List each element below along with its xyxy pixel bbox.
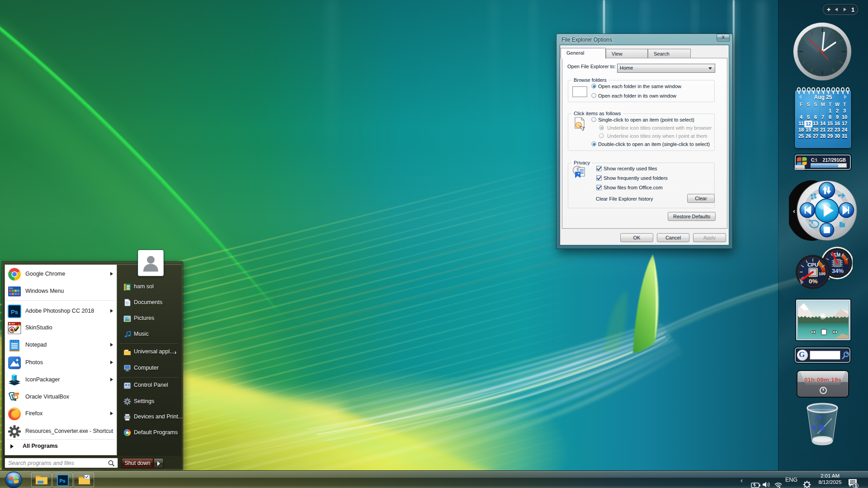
svg-text:100: 100 [819, 272, 826, 276]
svg-text:Ps: Ps [11, 309, 18, 315]
svg-text:0%: 0% [809, 278, 818, 285]
svg-text:‹: ‹ [793, 207, 795, 215]
svg-text:Start: Start [9, 287, 13, 289]
svg-text:Ps: Ps [60, 478, 66, 483]
svg-text:CPU: CPU [807, 262, 818, 267]
svg-text:1: 1 [854, 483, 857, 488]
svg-text:34%: 34% [832, 267, 844, 274]
